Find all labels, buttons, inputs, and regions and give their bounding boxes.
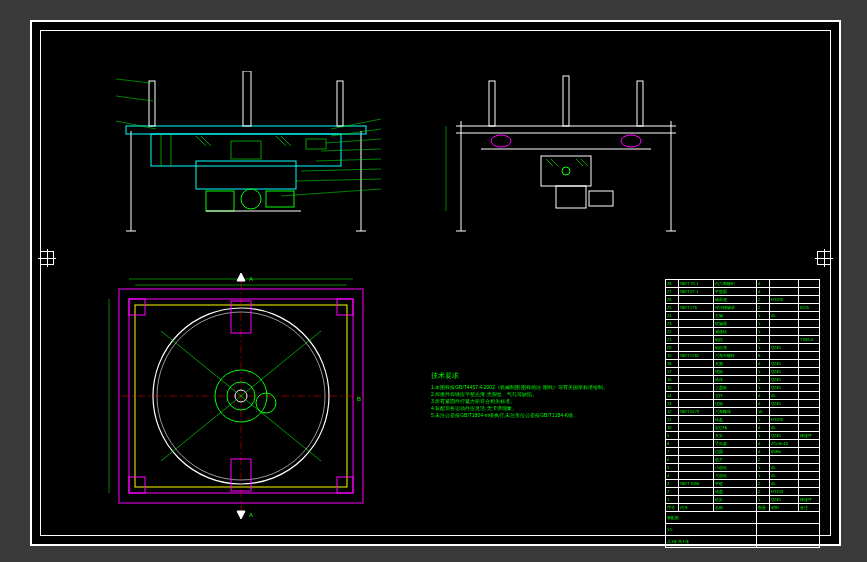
svg-rect-51 (589, 191, 613, 206)
bom-cell-name: 轴承座 (714, 296, 757, 304)
bom-row: 9支架1Q235焊接件 (666, 432, 820, 440)
bom-cell-no: 4 (666, 472, 679, 480)
bom-cell-rem (799, 376, 820, 384)
bom-cell-no: 13 (666, 400, 679, 408)
bom-row: 10定位销445 (666, 424, 820, 432)
bom-cell-code (679, 392, 714, 400)
svg-rect-7 (149, 81, 155, 126)
bom-cell-code (679, 400, 714, 408)
notes-title: 技术要求 (431, 371, 631, 381)
bom-row: 3GB/T 1096平键245 (666, 480, 820, 488)
titleblock-row: 共1张 第1张 (666, 536, 820, 548)
svg-line-27 (301, 169, 381, 171)
note-line: 4.装配后各运动件应灵活,无卡滞现象。 (431, 405, 631, 412)
bom-cell-no: 28 (666, 280, 679, 288)
bom-cell-name: 筒体 (714, 376, 757, 384)
svg-line-32 (116, 121, 156, 129)
bom-cell-code (679, 312, 714, 320)
bom-cell-qty: 1 (757, 496, 770, 504)
bom-cell-rem (799, 384, 820, 392)
bom-cell-mat: HT200 (770, 416, 799, 424)
bom-cell-rem: 焊接件 (799, 496, 820, 504)
svg-rect-62 (337, 299, 353, 315)
bom-cell-name: 电机 (714, 336, 757, 344)
bom-cell-qty: 2 (757, 304, 770, 312)
bom-cell-name: 支架 (714, 432, 757, 440)
bom-cell-code (679, 440, 714, 448)
bom-cell-rem (799, 280, 820, 288)
bom-cell-name: 挡圈 (714, 448, 757, 456)
svg-text:A: A (249, 512, 253, 518)
bom-cell-name: 转盘 (714, 416, 757, 424)
bom-cell-qty: 2 (757, 296, 770, 304)
bom-cell-rem: Y90S-4 (799, 336, 820, 344)
bom-cell-mat (770, 336, 799, 344)
bom-cell-name: 减速机 (714, 328, 757, 336)
bom-cell-code: GB/T 1096 (679, 480, 714, 488)
bom-cell-mat: 65Mn (770, 448, 799, 456)
bom-cell-code (679, 384, 714, 392)
bom-cell-qty: 1 (757, 376, 770, 384)
bom-row: 6垫片2 (666, 456, 820, 464)
bom-cell-mat: 45 (770, 312, 799, 320)
cad-viewport[interactable]: A A B 技术要求 1.本图样按GB/T4457.4-2002《机械制图 图样… (0, 0, 867, 562)
note-line: 2.焊接件焊缝应平整光滑,无裂纹、气孔等缺陷。 (431, 391, 631, 398)
bom-cell-rem (799, 360, 820, 368)
bom-cell-rem (799, 392, 820, 400)
front-view-svg (101, 71, 391, 251)
bom-cell-name: 压板 (714, 400, 757, 408)
bom-cell-name: 端盖 (714, 488, 757, 496)
svg-line-28 (296, 179, 381, 181)
svg-line-23 (331, 129, 381, 136)
bom-cell-qty: 4 (757, 280, 770, 288)
bom-cell-rem: 焊接件 (799, 432, 820, 440)
bom-header-cell: 序号 (666, 504, 679, 512)
side-view-svg (441, 71, 691, 251)
svg-rect-39 (489, 81, 495, 126)
bom-cell-qty: 2 (757, 456, 770, 464)
bom-row: 11转盘1HT200 (666, 416, 820, 424)
bom-cell-name: 平键 (714, 480, 757, 488)
bom-cell-rem (799, 368, 820, 376)
bom-cell-code (679, 416, 714, 424)
bom-header-cell: 材料 (770, 504, 799, 512)
svg-point-43 (621, 135, 641, 147)
titleblock-cell: 装配图 (666, 512, 757, 524)
bom-cell-no: 15 (666, 384, 679, 392)
bom-cell-rem (799, 408, 820, 416)
bom-cell-mat (770, 320, 799, 328)
svg-rect-6 (196, 161, 296, 189)
bom-cell-mat: Q235 (770, 360, 799, 368)
bom-cell-no: 17 (666, 368, 679, 376)
bom-row: 23联轴器1 (666, 320, 820, 328)
svg-point-42 (491, 135, 511, 147)
bom-row: 4大齿轮145 (666, 472, 820, 480)
bom-row: 15上盖板1Q235 (666, 384, 820, 392)
svg-line-30 (116, 79, 151, 83)
bom-cell-mat: Q235 (770, 384, 799, 392)
svg-rect-9 (337, 81, 343, 126)
plan-view: A A B (101, 271, 381, 521)
bom-cell-name: 电机座 (714, 344, 757, 352)
bom-cell-mat: HT150 (770, 488, 799, 496)
bom-cell-code (679, 336, 714, 344)
bom-cell-no: 3 (666, 480, 679, 488)
bom-row: 28GB/T 70.1内六角螺钉4 (666, 280, 820, 288)
bom-cell-no: 18 (666, 360, 679, 368)
bom-cell-mat (770, 304, 799, 312)
bom-cell-qty: 4 (757, 424, 770, 432)
bom-cell-no: 14 (666, 392, 679, 400)
centering-mark-right (817, 251, 831, 265)
bom-header-cell: 名称 (714, 504, 757, 512)
bom-cell-code: GB/T 6170 (679, 408, 714, 416)
bom-cell-no: 6 (666, 456, 679, 464)
bom-row: 16筒体1Q235 (666, 376, 820, 384)
bom-row: 7挡圈465Mn (666, 448, 820, 456)
svg-rect-40 (563, 76, 569, 126)
bom-cell-no: 1 (666, 496, 679, 504)
bom-header-cell: 代号 (679, 504, 714, 512)
inner-border: A A B 技术要求 1.本图样按GB/T4457.4-2002《机械制图 图样… (40, 30, 831, 536)
bom-cell-qty: 4 (757, 360, 770, 368)
bom-cell-mat: Q235 (770, 496, 799, 504)
bom-cell-qty: 2 (757, 480, 770, 488)
